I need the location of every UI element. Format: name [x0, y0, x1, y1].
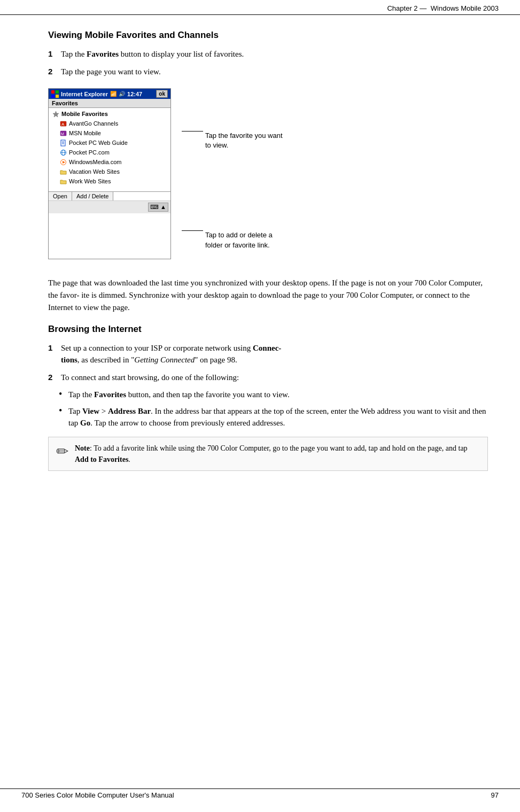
- callout-area: Tap the favorite you want to view. Tap t…: [171, 88, 289, 266]
- device-titlebar: Internet Explorer 📶 🔊 12:47 ok: [49, 89, 170, 99]
- bullet-text-2: Tap View > Address Bar. In the address b…: [68, 405, 488, 429]
- fav-item-avantgo[interactable]: A AvantGo Channels: [49, 119, 170, 128]
- svg-rect-1: [56, 90, 59, 94]
- fav-item-msn[interactable]: M MSN Mobile: [49, 128, 170, 138]
- svg-marker-4: [53, 111, 59, 117]
- keyboard-icon: ⌨ ▲: [148, 203, 168, 212]
- callout-2-line: [182, 230, 203, 231]
- svg-text:M: M: [61, 132, 64, 136]
- step-num-1: 1: [48, 48, 60, 60]
- svg-rect-0: [51, 90, 55, 94]
- callout-2-connector: [182, 230, 203, 231]
- chapter-title: Windows Mobile 2003: [431, 4, 499, 12]
- bullet-dot-1: •: [59, 389, 66, 401]
- note-text: Note: To add a favorite link while using…: [75, 443, 480, 465]
- fav-item-windowsmedia[interactable]: WindowsMedia.com: [49, 157, 170, 167]
- page-footer: 700 Series Color Mobile Computer User's …: [0, 788, 520, 801]
- note-icon: ✏: [56, 443, 68, 460]
- step-1: 1 Tap the Favorites button to display yo…: [48, 48, 488, 60]
- svg-rect-3: [56, 95, 59, 98]
- favorites-list: Mobile Favorites A AvantGo Channels: [49, 108, 170, 187]
- media-icon: [59, 158, 67, 166]
- step-s2-2-text: To connect and start browsing, do one of…: [61, 372, 239, 384]
- callout-2: Tap to add or delete a folder or favorit…: [182, 230, 289, 250]
- callout-2-text: Tap to add or delete a folder or favorit…: [203, 230, 289, 250]
- svg-text:A: A: [61, 122, 65, 127]
- fav-item-work[interactable]: Work Web Sites: [49, 176, 170, 186]
- step-s2-num-2: 2: [48, 372, 60, 384]
- footer-manual: 700 Series Color Mobile Computer User's …: [21, 791, 174, 799]
- svg-rect-2: [51, 95, 55, 98]
- step-2: 2 Tap the page you want to view.: [48, 66, 488, 78]
- step-s2-2: 2 To connect and start browsing, do one …: [48, 372, 488, 384]
- step-1-text: Tap the Favorites button to display your…: [61, 48, 244, 60]
- signal-icon: 📶: [110, 91, 117, 97]
- star-icon: [52, 110, 59, 118]
- fav-label-avantgo: AvantGo Channels: [69, 120, 118, 127]
- bullet-list: • Tap the Favorites button, and then tap…: [48, 389, 488, 429]
- folder-icon-work: [59, 177, 67, 185]
- step-2-text: Tap the page you want to view.: [61, 66, 161, 78]
- titlebar-left: Internet Explorer 📶 🔊 12:47: [51, 90, 142, 98]
- ok-button[interactable]: ok: [156, 90, 168, 98]
- msn-icon: M: [59, 129, 67, 137]
- bullet-text-1: Tap the Favorites button, and then tap t…: [68, 389, 290, 401]
- step-s2-1-text: Set up a connection to your ISP or corpo…: [61, 342, 281, 366]
- folder-icon-vacation: [59, 168, 67, 175]
- step-s2-1: 1 Set up a connection to your ISP or cor…: [48, 342, 488, 366]
- figure-area: Internet Explorer 📶 🔊 12:47 ok Favorites: [48, 88, 488, 266]
- note-box: ✏ Note: To add a favorite link while usi…: [48, 437, 488, 471]
- titlebar-time: 12:47: [127, 91, 142, 97]
- page-header: Chapter 2 — Windows Mobile 2003: [0, 0, 520, 15]
- page-icon: [59, 139, 67, 146]
- windows-icon: [51, 90, 59, 98]
- bullet-dot-2: •: [59, 405, 66, 429]
- section2-heading: Browsing the Internet: [48, 324, 488, 335]
- fav-item-vacation[interactable]: Vacation Web Sites: [49, 167, 170, 176]
- step-num-2: 2: [48, 66, 60, 78]
- keyboard-row: ⌨ ▲: [49, 200, 170, 213]
- fav-item-pocketpc-webguide[interactable]: Pocket PC Web Guide: [49, 138, 170, 148]
- globe-icon: [59, 149, 67, 156]
- fav-label-pocketpc: Pocket PC.com: [69, 149, 110, 156]
- svg-rect-9: [61, 140, 65, 146]
- bullet-item-1: • Tap the Favorites button, and then tap…: [59, 389, 488, 401]
- callout-1-text: Tap the favorite you want to view.: [203, 131, 289, 150]
- open-button[interactable]: Open: [49, 192, 72, 200]
- fav-label-work: Work Web Sites: [69, 178, 111, 184]
- fav-label-mobile-favorites: Mobile Favorites: [61, 111, 108, 117]
- main-content: Viewing Mobile Favorites and Channels 1 …: [0, 15, 520, 521]
- section1-heading: Viewing Mobile Favorites and Channels: [48, 30, 488, 41]
- add-delete-button[interactable]: Add / Delete: [72, 192, 114, 200]
- fav-label-pocketpc-webguide: Pocket PC Web Guide: [69, 140, 128, 146]
- body-paragraph: The page that was downloaded the last ti…: [48, 277, 488, 314]
- fav-item-mobile-favorites[interactable]: Mobile Favorites: [49, 109, 170, 119]
- callout-1-line: [182, 131, 203, 132]
- fav-label-vacation: Vacation Web Sites: [69, 168, 120, 175]
- bullet-item-2: • Tap View > Address Bar. In the address…: [59, 405, 488, 429]
- device-bottom-bar: Open Add / Delete: [49, 191, 170, 200]
- avantgo-icon: A: [59, 120, 67, 127]
- device-screenshot: Internet Explorer 📶 🔊 12:47 ok Favorites: [48, 88, 171, 259]
- fav-label-windowsmedia: WindowsMedia.com: [69, 159, 121, 165]
- callout-1-connector: [182, 131, 203, 132]
- titlebar-app: Internet Explorer: [61, 91, 108, 97]
- callout-1: Tap the favorite you want to view.: [182, 131, 289, 150]
- fav-item-pocketpc-com[interactable]: Pocket PC.com: [49, 148, 170, 157]
- footer-page: 97: [491, 791, 499, 799]
- favorites-bar: Favorites: [49, 99, 170, 108]
- fav-label-msn: MSN Mobile: [69, 130, 101, 136]
- volume-icon: 🔊: [119, 91, 125, 97]
- chapter-label: Chapter 2 —: [387, 4, 426, 12]
- step-s2-num-1: 1: [48, 342, 60, 366]
